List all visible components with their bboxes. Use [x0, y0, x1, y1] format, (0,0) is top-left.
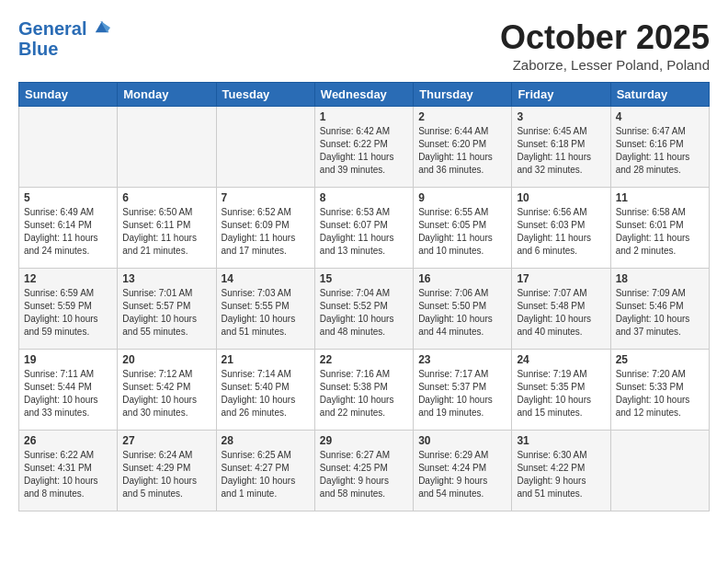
- day-info: Sunrise: 7:12 AM Sunset: 5:42 PM Dayligh…: [122, 368, 210, 419]
- col-header-thursday: Thursday: [414, 83, 512, 107]
- day-info: Sunrise: 7:16 AM Sunset: 5:38 PM Dayligh…: [320, 368, 408, 419]
- day-info: Sunrise: 6:47 AM Sunset: 6:16 PM Dayligh…: [616, 125, 704, 177]
- day-number: 3: [517, 110, 605, 123]
- day-number: 21: [222, 353, 310, 366]
- col-header-tuesday: Tuesday: [216, 83, 314, 107]
- day-cell: 24Sunrise: 7:19 AM Sunset: 5:35 PM Dayli…: [512, 350, 610, 431]
- day-info: Sunrise: 6:24 AM Sunset: 4:29 PM Dayligh…: [122, 449, 210, 500]
- day-cell: 12Sunrise: 6:59 AM Sunset: 5:59 PM Dayli…: [19, 269, 118, 350]
- day-info: Sunrise: 7:14 AM Sunset: 5:40 PM Dayligh…: [222, 368, 310, 419]
- day-cell: 4Sunrise: 6:47 AM Sunset: 6:16 PM Daylig…: [610, 107, 709, 188]
- day-cell: 3Sunrise: 6:45 AM Sunset: 6:18 PM Daylig…: [512, 107, 610, 188]
- day-cell: 17Sunrise: 7:07 AM Sunset: 5:48 PM Dayli…: [512, 269, 610, 350]
- location-subtitle: Zaborze, Lesser Poland, Poland: [500, 57, 710, 73]
- day-number: 1: [320, 110, 408, 123]
- day-cell: 25Sunrise: 7:20 AM Sunset: 5:33 PM Dayli…: [610, 350, 709, 431]
- day-cell: [19, 107, 118, 188]
- day-info: Sunrise: 6:25 AM Sunset: 4:27 PM Dayligh…: [222, 449, 310, 500]
- day-cell: 8Sunrise: 6:53 AM Sunset: 6:07 PM Daylig…: [314, 188, 413, 269]
- day-number: 12: [24, 272, 112, 285]
- week-row-2: 5Sunrise: 6:49 AM Sunset: 6:14 PM Daylig…: [19, 188, 710, 269]
- logo-icon: [94, 18, 110, 35]
- day-number: 20: [122, 353, 210, 366]
- day-cell: 23Sunrise: 7:17 AM Sunset: 5:37 PM Dayli…: [414, 350, 512, 431]
- day-info: Sunrise: 6:49 AM Sunset: 6:14 PM Dayligh…: [24, 206, 112, 258]
- day-number: 2: [418, 110, 506, 123]
- day-info: Sunrise: 6:56 AM Sunset: 6:03 PM Dayligh…: [517, 206, 605, 258]
- day-cell: 20Sunrise: 7:12 AM Sunset: 5:42 PM Dayli…: [118, 350, 216, 431]
- day-cell: 11Sunrise: 6:58 AM Sunset: 6:01 PM Dayli…: [610, 188, 709, 269]
- day-cell: 21Sunrise: 7:14 AM Sunset: 5:40 PM Dayli…: [216, 350, 314, 431]
- col-header-monday: Monday: [118, 83, 216, 107]
- day-info: Sunrise: 6:55 AM Sunset: 6:05 PM Dayligh…: [418, 206, 506, 258]
- day-number: 29: [320, 434, 408, 447]
- day-number: 25: [616, 353, 704, 366]
- day-cell: 7Sunrise: 6:52 AM Sunset: 6:09 PM Daylig…: [216, 188, 314, 269]
- day-info: Sunrise: 6:53 AM Sunset: 6:07 PM Dayligh…: [320, 206, 408, 258]
- day-cell: [216, 107, 314, 188]
- day-info: Sunrise: 6:52 AM Sunset: 6:09 PM Dayligh…: [222, 206, 310, 258]
- day-info: Sunrise: 6:42 AM Sunset: 6:22 PM Dayligh…: [320, 125, 408, 177]
- day-cell: [610, 431, 709, 511]
- day-cell: 2Sunrise: 6:44 AM Sunset: 6:20 PM Daylig…: [414, 107, 512, 188]
- title-block: October 2025 Zaborze, Lesser Poland, Pol…: [500, 18, 710, 73]
- day-number: 13: [122, 272, 210, 285]
- day-info: Sunrise: 6:22 AM Sunset: 4:31 PM Dayligh…: [24, 449, 112, 500]
- day-number: 11: [616, 191, 704, 204]
- day-info: Sunrise: 7:09 AM Sunset: 5:46 PM Dayligh…: [616, 287, 704, 339]
- day-cell: 13Sunrise: 7:01 AM Sunset: 5:57 PM Dayli…: [118, 269, 216, 350]
- day-cell: 28Sunrise: 6:25 AM Sunset: 4:27 PM Dayli…: [216, 431, 314, 511]
- col-header-wednesday: Wednesday: [314, 83, 413, 107]
- week-row-4: 19Sunrise: 7:11 AM Sunset: 5:44 PM Dayli…: [19, 350, 710, 431]
- day-cell: 6Sunrise: 6:50 AM Sunset: 6:11 PM Daylig…: [118, 188, 216, 269]
- month-title: October 2025: [500, 18, 710, 57]
- day-info: Sunrise: 6:30 AM Sunset: 4:22 PM Dayligh…: [517, 449, 605, 500]
- day-number: 5: [24, 191, 112, 204]
- day-number: 30: [418, 434, 506, 447]
- day-cell: 1Sunrise: 6:42 AM Sunset: 6:22 PM Daylig…: [314, 107, 413, 188]
- day-number: 17: [517, 272, 605, 285]
- week-row-5: 26Sunrise: 6:22 AM Sunset: 4:31 PM Dayli…: [19, 431, 710, 511]
- day-number: 15: [320, 272, 408, 285]
- day-info: Sunrise: 7:06 AM Sunset: 5:50 PM Dayligh…: [418, 287, 506, 339]
- week-row-3: 12Sunrise: 6:59 AM Sunset: 5:59 PM Dayli…: [19, 269, 710, 350]
- day-info: Sunrise: 7:11 AM Sunset: 5:44 PM Dayligh…: [24, 368, 112, 419]
- day-number: 4: [616, 110, 704, 123]
- day-info: Sunrise: 7:20 AM Sunset: 5:33 PM Dayligh…: [616, 368, 704, 419]
- day-cell: 26Sunrise: 6:22 AM Sunset: 4:31 PM Dayli…: [19, 431, 118, 511]
- logo-text: General: [18, 18, 110, 39]
- day-info: Sunrise: 6:44 AM Sunset: 6:20 PM Dayligh…: [418, 125, 506, 177]
- day-info: Sunrise: 7:07 AM Sunset: 5:48 PM Dayligh…: [517, 287, 605, 339]
- day-info: Sunrise: 6:45 AM Sunset: 6:18 PM Dayligh…: [517, 125, 605, 177]
- day-info: Sunrise: 7:19 AM Sunset: 5:35 PM Dayligh…: [517, 368, 605, 419]
- day-number: 14: [222, 272, 310, 285]
- page-header: General Blue October 2025 Zaborze, Lesse…: [18, 18, 710, 73]
- day-cell: 15Sunrise: 7:04 AM Sunset: 5:52 PM Dayli…: [314, 269, 413, 350]
- day-info: Sunrise: 6:59 AM Sunset: 5:59 PM Dayligh…: [24, 287, 112, 339]
- day-number: 18: [616, 272, 704, 285]
- day-number: 16: [418, 272, 506, 285]
- day-info: Sunrise: 6:29 AM Sunset: 4:24 PM Dayligh…: [418, 449, 506, 500]
- day-cell: 29Sunrise: 6:27 AM Sunset: 4:25 PM Dayli…: [314, 431, 413, 511]
- day-cell: 19Sunrise: 7:11 AM Sunset: 5:44 PM Dayli…: [19, 350, 118, 431]
- day-info: Sunrise: 6:27 AM Sunset: 4:25 PM Dayligh…: [320, 449, 408, 500]
- day-cell: 30Sunrise: 6:29 AM Sunset: 4:24 PM Dayli…: [414, 431, 512, 511]
- col-header-saturday: Saturday: [610, 83, 709, 107]
- day-number: 26: [24, 434, 112, 447]
- day-cell: 22Sunrise: 7:16 AM Sunset: 5:38 PM Dayli…: [314, 350, 413, 431]
- day-number: 8: [320, 191, 408, 204]
- day-number: 10: [517, 191, 605, 204]
- day-info: Sunrise: 6:58 AM Sunset: 6:01 PM Dayligh…: [616, 206, 704, 258]
- day-info: Sunrise: 7:04 AM Sunset: 5:52 PM Dayligh…: [320, 287, 408, 339]
- week-row-1: 1Sunrise: 6:42 AM Sunset: 6:22 PM Daylig…: [19, 107, 710, 188]
- day-cell: 9Sunrise: 6:55 AM Sunset: 6:05 PM Daylig…: [414, 188, 512, 269]
- calendar-table: SundayMondayTuesdayWednesdayThursdayFrid…: [18, 82, 710, 511]
- col-header-friday: Friday: [512, 83, 610, 107]
- day-cell: 5Sunrise: 6:49 AM Sunset: 6:14 PM Daylig…: [19, 188, 118, 269]
- day-cell: 10Sunrise: 6:56 AM Sunset: 6:03 PM Dayli…: [512, 188, 610, 269]
- day-info: Sunrise: 7:03 AM Sunset: 5:55 PM Dayligh…: [222, 287, 310, 339]
- day-cell: 14Sunrise: 7:03 AM Sunset: 5:55 PM Dayli…: [216, 269, 314, 350]
- day-number: 22: [320, 353, 408, 366]
- day-number: 7: [222, 191, 310, 204]
- day-cell: 18Sunrise: 7:09 AM Sunset: 5:46 PM Dayli…: [610, 269, 709, 350]
